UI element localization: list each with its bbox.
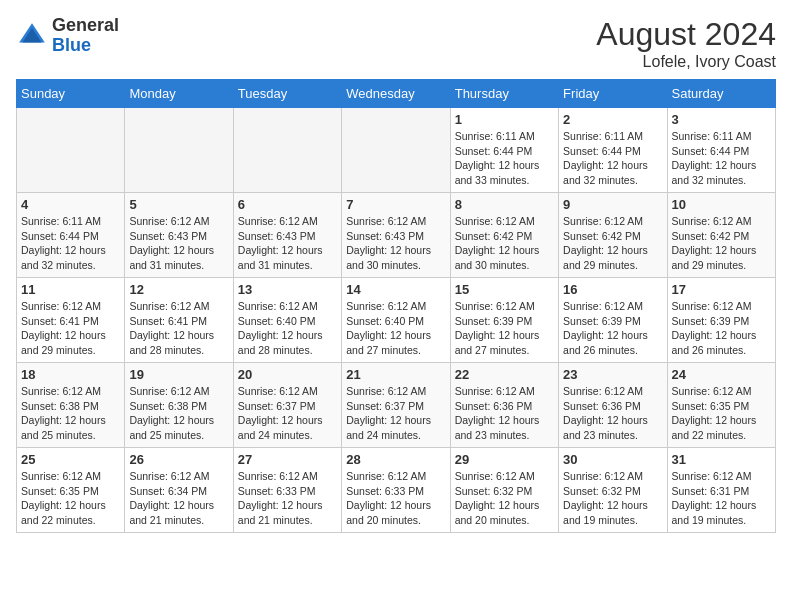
day-number: 13 [238, 282, 337, 297]
day-number: 2 [563, 112, 662, 127]
calendar-cell: 21Sunrise: 6:12 AMSunset: 6:37 PMDayligh… [342, 363, 450, 448]
day-number: 10 [672, 197, 771, 212]
title-block: August 2024 Lofele, Ivory Coast [596, 16, 776, 71]
calendar-cell: 20Sunrise: 6:12 AMSunset: 6:37 PMDayligh… [233, 363, 341, 448]
logo-general: General [52, 15, 119, 35]
calendar-cell: 5Sunrise: 6:12 AMSunset: 6:43 PMDaylight… [125, 193, 233, 278]
day-number: 30 [563, 452, 662, 467]
month-year: August 2024 [596, 16, 776, 53]
day-info: Sunrise: 6:12 AMSunset: 6:43 PMDaylight:… [346, 214, 445, 273]
calendar-cell [233, 108, 341, 193]
week-row-4: 18Sunrise: 6:12 AMSunset: 6:38 PMDayligh… [17, 363, 776, 448]
calendar-header-wednesday: Wednesday [342, 80, 450, 108]
day-number: 5 [129, 197, 228, 212]
day-number: 31 [672, 452, 771, 467]
day-number: 22 [455, 367, 554, 382]
logo: General Blue [16, 16, 119, 56]
calendar-cell: 3Sunrise: 6:11 AMSunset: 6:44 PMDaylight… [667, 108, 775, 193]
day-info: Sunrise: 6:12 AMSunset: 6:37 PMDaylight:… [346, 384, 445, 443]
day-info: Sunrise: 6:12 AMSunset: 6:43 PMDaylight:… [238, 214, 337, 273]
day-info: Sunrise: 6:12 AMSunset: 6:41 PMDaylight:… [21, 299, 120, 358]
day-info: Sunrise: 6:12 AMSunset: 6:35 PMDaylight:… [672, 384, 771, 443]
day-info: Sunrise: 6:12 AMSunset: 6:42 PMDaylight:… [455, 214, 554, 273]
calendar-header-row: SundayMondayTuesdayWednesdayThursdayFrid… [17, 80, 776, 108]
calendar-cell: 1Sunrise: 6:11 AMSunset: 6:44 PMDaylight… [450, 108, 558, 193]
calendar-cell: 8Sunrise: 6:12 AMSunset: 6:42 PMDaylight… [450, 193, 558, 278]
day-info: Sunrise: 6:12 AMSunset: 6:38 PMDaylight:… [129, 384, 228, 443]
day-info: Sunrise: 6:12 AMSunset: 6:33 PMDaylight:… [346, 469, 445, 528]
calendar-cell: 18Sunrise: 6:12 AMSunset: 6:38 PMDayligh… [17, 363, 125, 448]
week-row-1: 1Sunrise: 6:11 AMSunset: 6:44 PMDaylight… [17, 108, 776, 193]
calendar-cell: 16Sunrise: 6:12 AMSunset: 6:39 PMDayligh… [559, 278, 667, 363]
day-info: Sunrise: 6:11 AMSunset: 6:44 PMDaylight:… [672, 129, 771, 188]
day-info: Sunrise: 6:12 AMSunset: 6:35 PMDaylight:… [21, 469, 120, 528]
day-info: Sunrise: 6:12 AMSunset: 6:36 PMDaylight:… [455, 384, 554, 443]
day-info: Sunrise: 6:11 AMSunset: 6:44 PMDaylight:… [563, 129, 662, 188]
day-info: Sunrise: 6:12 AMSunset: 6:31 PMDaylight:… [672, 469, 771, 528]
calendar-cell: 22Sunrise: 6:12 AMSunset: 6:36 PMDayligh… [450, 363, 558, 448]
calendar-cell: 24Sunrise: 6:12 AMSunset: 6:35 PMDayligh… [667, 363, 775, 448]
calendar-cell: 15Sunrise: 6:12 AMSunset: 6:39 PMDayligh… [450, 278, 558, 363]
calendar-cell: 23Sunrise: 6:12 AMSunset: 6:36 PMDayligh… [559, 363, 667, 448]
day-info: Sunrise: 6:12 AMSunset: 6:36 PMDaylight:… [563, 384, 662, 443]
day-number: 12 [129, 282, 228, 297]
day-info: Sunrise: 6:12 AMSunset: 6:34 PMDaylight:… [129, 469, 228, 528]
day-info: Sunrise: 6:11 AMSunset: 6:44 PMDaylight:… [21, 214, 120, 273]
week-row-3: 11Sunrise: 6:12 AMSunset: 6:41 PMDayligh… [17, 278, 776, 363]
day-info: Sunrise: 6:12 AMSunset: 6:41 PMDaylight:… [129, 299, 228, 358]
logo-text: General Blue [52, 16, 119, 56]
day-info: Sunrise: 6:12 AMSunset: 6:32 PMDaylight:… [563, 469, 662, 528]
calendar-header-thursday: Thursday [450, 80, 558, 108]
calendar-cell [125, 108, 233, 193]
day-number: 23 [563, 367, 662, 382]
day-number: 18 [21, 367, 120, 382]
calendar-cell: 6Sunrise: 6:12 AMSunset: 6:43 PMDaylight… [233, 193, 341, 278]
calendar-cell [342, 108, 450, 193]
day-info: Sunrise: 6:11 AMSunset: 6:44 PMDaylight:… [455, 129, 554, 188]
calendar-cell [17, 108, 125, 193]
day-info: Sunrise: 6:12 AMSunset: 6:40 PMDaylight:… [346, 299, 445, 358]
day-number: 25 [21, 452, 120, 467]
day-number: 20 [238, 367, 337, 382]
day-number: 8 [455, 197, 554, 212]
day-info: Sunrise: 6:12 AMSunset: 6:42 PMDaylight:… [672, 214, 771, 273]
day-info: Sunrise: 6:12 AMSunset: 6:43 PMDaylight:… [129, 214, 228, 273]
day-number: 19 [129, 367, 228, 382]
calendar-header-tuesday: Tuesday [233, 80, 341, 108]
calendar-cell: 17Sunrise: 6:12 AMSunset: 6:39 PMDayligh… [667, 278, 775, 363]
day-info: Sunrise: 6:12 AMSunset: 6:33 PMDaylight:… [238, 469, 337, 528]
day-number: 28 [346, 452, 445, 467]
day-number: 14 [346, 282, 445, 297]
calendar-cell: 10Sunrise: 6:12 AMSunset: 6:42 PMDayligh… [667, 193, 775, 278]
day-number: 11 [21, 282, 120, 297]
day-info: Sunrise: 6:12 AMSunset: 6:37 PMDaylight:… [238, 384, 337, 443]
day-number: 17 [672, 282, 771, 297]
week-row-2: 4Sunrise: 6:11 AMSunset: 6:44 PMDaylight… [17, 193, 776, 278]
day-number: 1 [455, 112, 554, 127]
calendar-cell: 11Sunrise: 6:12 AMSunset: 6:41 PMDayligh… [17, 278, 125, 363]
day-number: 27 [238, 452, 337, 467]
day-number: 29 [455, 452, 554, 467]
day-number: 26 [129, 452, 228, 467]
logo-icon [16, 20, 48, 52]
calendar-cell: 29Sunrise: 6:12 AMSunset: 6:32 PMDayligh… [450, 448, 558, 533]
day-info: Sunrise: 6:12 AMSunset: 6:38 PMDaylight:… [21, 384, 120, 443]
calendar-cell: 19Sunrise: 6:12 AMSunset: 6:38 PMDayligh… [125, 363, 233, 448]
calendar-header-sunday: Sunday [17, 80, 125, 108]
day-number: 15 [455, 282, 554, 297]
calendar-cell: 2Sunrise: 6:11 AMSunset: 6:44 PMDaylight… [559, 108, 667, 193]
day-info: Sunrise: 6:12 AMSunset: 6:40 PMDaylight:… [238, 299, 337, 358]
calendar-cell: 13Sunrise: 6:12 AMSunset: 6:40 PMDayligh… [233, 278, 341, 363]
day-number: 4 [21, 197, 120, 212]
day-info: Sunrise: 6:12 AMSunset: 6:39 PMDaylight:… [455, 299, 554, 358]
calendar-cell: 12Sunrise: 6:12 AMSunset: 6:41 PMDayligh… [125, 278, 233, 363]
calendar-cell: 28Sunrise: 6:12 AMSunset: 6:33 PMDayligh… [342, 448, 450, 533]
week-row-5: 25Sunrise: 6:12 AMSunset: 6:35 PMDayligh… [17, 448, 776, 533]
calendar-cell: 25Sunrise: 6:12 AMSunset: 6:35 PMDayligh… [17, 448, 125, 533]
calendar-header-monday: Monday [125, 80, 233, 108]
calendar-cell: 14Sunrise: 6:12 AMSunset: 6:40 PMDayligh… [342, 278, 450, 363]
calendar-cell: 4Sunrise: 6:11 AMSunset: 6:44 PMDaylight… [17, 193, 125, 278]
day-number: 9 [563, 197, 662, 212]
day-number: 3 [672, 112, 771, 127]
day-number: 24 [672, 367, 771, 382]
